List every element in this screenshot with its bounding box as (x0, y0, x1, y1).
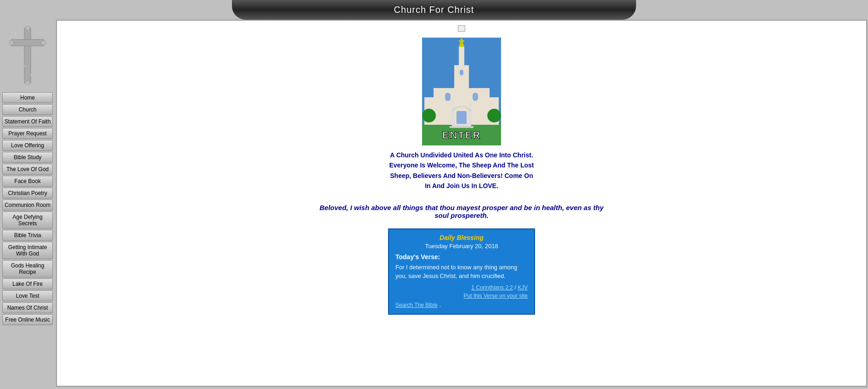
put-verse-link-container: Put this Verse on your site (395, 293, 528, 299)
svg-point-3 (25, 81, 30, 85)
welcome-text: A Church Undivided United As One Into Ch… (389, 150, 534, 197)
nav-item-statement-of-faith[interactable]: Statement Of Faith (2, 116, 53, 127)
svg-point-5 (41, 40, 46, 45)
nav-item-prayer-request[interactable]: Prayer Request (2, 128, 53, 139)
verse-ref-separator: / (514, 284, 516, 291)
daily-blessing-date: Tuesday February 20, 2018 (395, 243, 528, 250)
nav-item-communion-room[interactable]: Communion Room (2, 200, 53, 211)
daily-blessing-box: Daily Blessing Tuesday February 20, 2018… (388, 228, 535, 315)
nav-item-love-offering[interactable]: Love Offering (2, 140, 53, 151)
verse-text: Beloved, I wish above all things that th… (312, 204, 611, 219)
put-verse-on-site-link[interactable]: Put this Verse on your site (464, 293, 528, 299)
verse-ref-kjv-link[interactable]: KJV (518, 284, 528, 291)
svg-text:ENTER: ENTER (442, 129, 481, 141)
nav-item-bible-study[interactable]: Bible Study (2, 152, 53, 163)
welcome-line-4: In And Join Us In LOVE. (389, 181, 534, 191)
nav-item-getting-intimate-with-god[interactable]: Getting Intimate With God (2, 242, 53, 259)
svg-rect-18 (459, 47, 464, 67)
svg-rect-17 (454, 65, 469, 90)
main-content: ENTER A Church Undivided United As One I… (56, 20, 867, 387)
nav-item-church[interactable]: Church (2, 104, 53, 115)
verse-quote: Beloved, I wish above all things that th… (320, 204, 603, 219)
nav-item-home[interactable]: Home (2, 92, 53, 103)
broken-img-icon (458, 25, 465, 32)
welcome-line-1: A Church Undivided United As One Into Ch… (389, 150, 534, 160)
todays-verse-label: Today's Verse: (395, 253, 528, 261)
nav-item-age-defying-secrets[interactable]: Age Defying Secrets (2, 211, 53, 229)
svg-text:✦: ✦ (34, 48, 37, 51)
search-bible-link[interactable]: Search The Bible (395, 302, 438, 308)
nav-item-gods-healing-recipe[interactable]: Gods Healing Recipe (2, 260, 53, 278)
svg-rect-25 (457, 111, 467, 125)
search-bible-period: . (439, 301, 441, 308)
welcome-line-2: Everyone Is Welcome, The Sheep And The L… (389, 160, 534, 170)
site-title: Church For Christ (394, 5, 474, 15)
verse-reference: 1 Corinthians 2:2 / KJV (395, 284, 528, 291)
nav-item-christian-poetry[interactable]: Christian Poetry (2, 188, 53, 199)
nav-list: HomeChurchStatement Of FaithPrayer Reque… (2, 92, 53, 326)
welcome-line-3: Sheep, Believers And Non-Believers! Come… (389, 171, 534, 181)
broken-image-placeholder (458, 25, 465, 36)
svg-text:✦: ✦ (14, 32, 17, 36)
svg-rect-27 (450, 126, 473, 128)
svg-point-2 (25, 26, 30, 30)
verse-ref-corinthians-link[interactable]: 1 Corinthians 2:2 (471, 284, 513, 291)
svg-point-31 (422, 109, 436, 122)
verse-content-text: For I determined not to know any thing a… (395, 263, 528, 281)
nav-item-bible-trivia[interactable]: Bible Trivia (2, 230, 53, 241)
svg-rect-29 (469, 102, 471, 125)
nav-item-lake-of-fire[interactable]: Lake Of Fire (2, 278, 53, 289)
nav-item-the-love-of-god[interactable]: The Love Of God (2, 164, 53, 175)
svg-rect-1 (11, 39, 44, 46)
church-image-container[interactable]: ENTER (422, 38, 501, 145)
svg-text:✦: ✦ (30, 73, 33, 77)
svg-rect-22 (460, 70, 463, 75)
svg-point-4 (9, 40, 14, 45)
title-bar: Church For Christ (232, 0, 636, 20)
daily-blessing-title: Daily Blessing (395, 234, 528, 241)
svg-point-32 (487, 109, 501, 122)
nav-item-free-online-music[interactable]: Free Online Music (2, 314, 53, 325)
church-building-image: ENTER (422, 38, 501, 145)
svg-text:✦: ✦ (23, 64, 26, 67)
svg-rect-21 (459, 40, 464, 42)
svg-rect-28 (452, 102, 454, 125)
svg-rect-23 (445, 93, 451, 101)
church-img-wrapper: ENTER (422, 38, 501, 145)
svg-rect-24 (473, 93, 478, 101)
nav-item-names-of-christ[interactable]: Names Of Christ (2, 302, 53, 313)
sidebar: ✦ ✦ ✦ ✦ ✦ ✦ HomeChurchStatement Of Faith… (0, 20, 55, 387)
cross-image: ✦ ✦ ✦ ✦ ✦ ✦ (7, 22, 48, 89)
search-bible-container: Search The Bible . (395, 301, 528, 308)
svg-rect-26 (452, 124, 471, 126)
svg-text:✦: ✦ (16, 48, 19, 51)
nav-item-face-book[interactable]: Face Book (2, 176, 53, 187)
svg-text:✦: ✦ (37, 32, 40, 36)
layout: ✦ ✦ ✦ ✦ ✦ ✦ HomeChurchStatement Of Faith… (0, 20, 868, 387)
nav-item-love-test[interactable]: Love Test (2, 290, 53, 301)
